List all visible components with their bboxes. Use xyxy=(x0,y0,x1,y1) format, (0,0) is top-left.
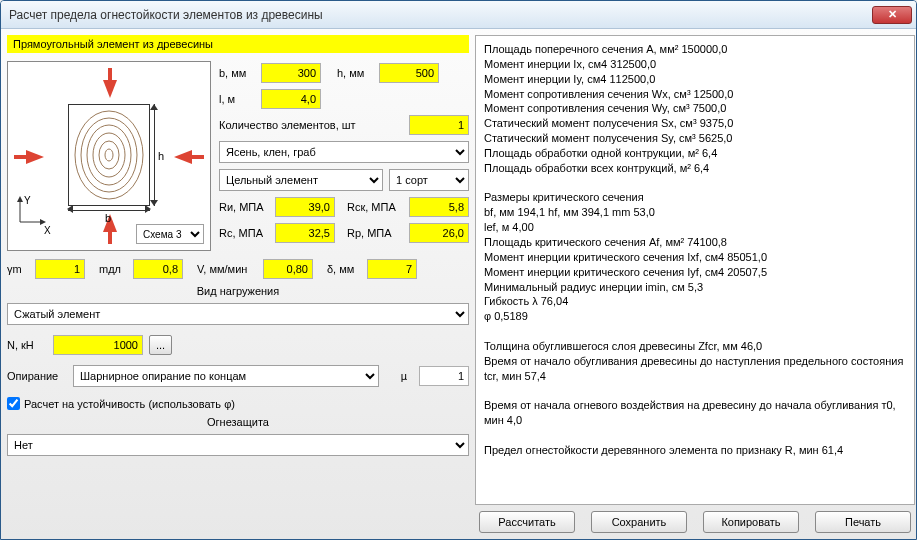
v-input[interactable] xyxy=(263,259,313,279)
results-output[interactable]: Площадь поперечного сечения A, мм² 15000… xyxy=(475,35,915,505)
n-details-button[interactable]: ... xyxy=(149,335,172,355)
element-type-select[interactable]: Цельный элемент xyxy=(219,169,383,191)
print-button[interactable]: Печать xyxy=(815,511,911,533)
element-type-header: Прямоугольный элемент из древесины xyxy=(7,35,469,53)
calculate-button[interactable]: Рассчитать xyxy=(479,511,575,533)
cross-section-diagram: h b xyxy=(7,61,211,251)
window-title: Расчет предела огнестойкости элементов и… xyxy=(9,8,872,22)
svg-marker-8 xyxy=(17,196,23,202)
fireprotection-select[interactable]: Нет xyxy=(7,434,469,456)
right-panel: Площадь поперечного сечения A, мм² 15000… xyxy=(475,35,915,533)
copy-button[interactable]: Копировать xyxy=(703,511,799,533)
left-panel: Прямоугольный элемент из древесины xyxy=(7,35,469,533)
arrow-down-icon xyxy=(103,80,117,98)
close-button[interactable]: ✕ xyxy=(872,6,912,24)
save-button[interactable]: Сохранить xyxy=(591,511,687,533)
rck-input[interactable] xyxy=(409,197,469,217)
titlebar: Расчет предела огнестойкости элементов и… xyxy=(1,1,916,29)
app-window: Расчет предела огнестойкости элементов и… xyxy=(0,0,917,540)
load-header: Вид нагружения xyxy=(7,285,469,297)
ri-input[interactable] xyxy=(275,197,335,217)
close-icon: ✕ xyxy=(888,8,897,21)
mu-input[interactable] xyxy=(419,366,469,386)
load-type-select[interactable]: Сжатый элемент xyxy=(7,303,469,325)
arrow-right-icon xyxy=(26,150,44,164)
grade-select[interactable]: 1 сорт xyxy=(389,169,469,191)
rp-input[interactable] xyxy=(409,223,469,243)
rc-input[interactable] xyxy=(275,223,335,243)
n-input[interactable] xyxy=(53,335,143,355)
h-input[interactable] xyxy=(379,63,439,83)
support-select[interactable]: Шарнирное опирание по концам xyxy=(73,365,379,387)
b-input[interactable] xyxy=(261,63,321,83)
svg-point-2 xyxy=(87,125,131,185)
mdl-input[interactable] xyxy=(133,259,183,279)
fireprotection-header: Огнезащита xyxy=(7,416,469,428)
delta-input[interactable] xyxy=(367,259,417,279)
arrow-left-icon xyxy=(174,150,192,164)
wood-species-select[interactable]: Ясень, клен, граб xyxy=(219,141,469,163)
axes-icon xyxy=(16,196,46,226)
content: Прямоугольный элемент из древесины xyxy=(1,29,916,539)
svg-point-3 xyxy=(93,133,125,177)
ym-input[interactable] xyxy=(35,259,85,279)
stability-checkbox[interactable]: Расчет на устойчивость (использовать φ) xyxy=(7,397,469,410)
qty-input[interactable] xyxy=(409,115,469,135)
svg-point-5 xyxy=(105,149,113,161)
svg-point-1 xyxy=(81,118,137,192)
l-input[interactable] xyxy=(261,89,321,109)
svg-point-0 xyxy=(75,111,143,199)
scheme-select[interactable]: Схема 3 xyxy=(136,224,204,244)
svg-point-4 xyxy=(99,141,119,169)
